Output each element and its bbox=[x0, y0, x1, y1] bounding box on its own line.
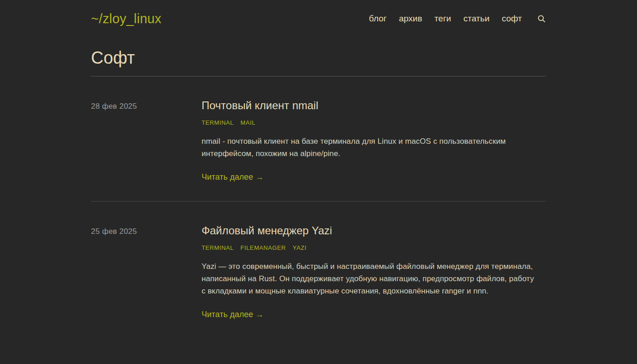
post-title-link[interactable]: Файловый менеджер Yazi bbox=[202, 224, 546, 237]
nav-item-tags[interactable]: теги bbox=[435, 14, 451, 24]
post: 25 фев 2025 Файловый менеджер Yazi TERMI… bbox=[91, 202, 546, 339]
nav-item-archive[interactable]: архив bbox=[399, 14, 422, 24]
page-title: Софт bbox=[91, 48, 546, 76]
post-excerpt: nmail - почтовый клиент на базе терминал… bbox=[202, 135, 538, 160]
nav-item-blog[interactable]: блог bbox=[369, 14, 387, 24]
post-tag[interactable]: MAIL bbox=[241, 119, 256, 126]
post-date: 28 фев 2025 bbox=[91, 102, 202, 182]
post-tag[interactable]: FILEMANAGER bbox=[241, 244, 286, 251]
post-excerpt: Yazi — это современный, быстрый и настра… bbox=[202, 260, 538, 297]
post: 28 фев 2025 Почтовый клиент nmail TERMIN… bbox=[91, 76, 546, 202]
main-nav: блог архив теги статьи софт bbox=[369, 14, 546, 24]
site-header: ~/zloy_linux блог архив теги статьи софт bbox=[91, 0, 546, 27]
post-list: 28 фев 2025 Почтовый клиент nmail TERMIN… bbox=[91, 76, 546, 339]
post-content: Файловый менеджер Yazi TERMINAL FILEMANA… bbox=[202, 224, 546, 319]
post-title-link[interactable]: Почтовый клиент nmail bbox=[202, 99, 546, 112]
post-date: 25 фев 2025 bbox=[91, 227, 202, 319]
nav-item-posts[interactable]: статьи bbox=[463, 14, 489, 24]
post-tag[interactable]: YAZI bbox=[293, 244, 306, 251]
post-content: Почтовый клиент nmail TERMINAL MAIL nmai… bbox=[202, 99, 546, 182]
read-more-link[interactable]: Читать далее → bbox=[202, 310, 263, 319]
post-tags: TERMINAL MAIL bbox=[202, 119, 546, 126]
search-icon bbox=[537, 14, 546, 23]
post-tag[interactable]: TERMINAL bbox=[202, 244, 234, 251]
post-tag[interactable]: TERMINAL bbox=[202, 119, 234, 126]
post-tags: TERMINAL FILEMANAGER YAZI bbox=[202, 244, 546, 251]
search-button[interactable] bbox=[537, 14, 546, 23]
read-more-link[interactable]: Читать далее → bbox=[202, 172, 263, 182]
site-logo[interactable]: ~/zloy_linux bbox=[91, 11, 162, 26]
nav-item-soft[interactable]: софт bbox=[502, 14, 522, 24]
